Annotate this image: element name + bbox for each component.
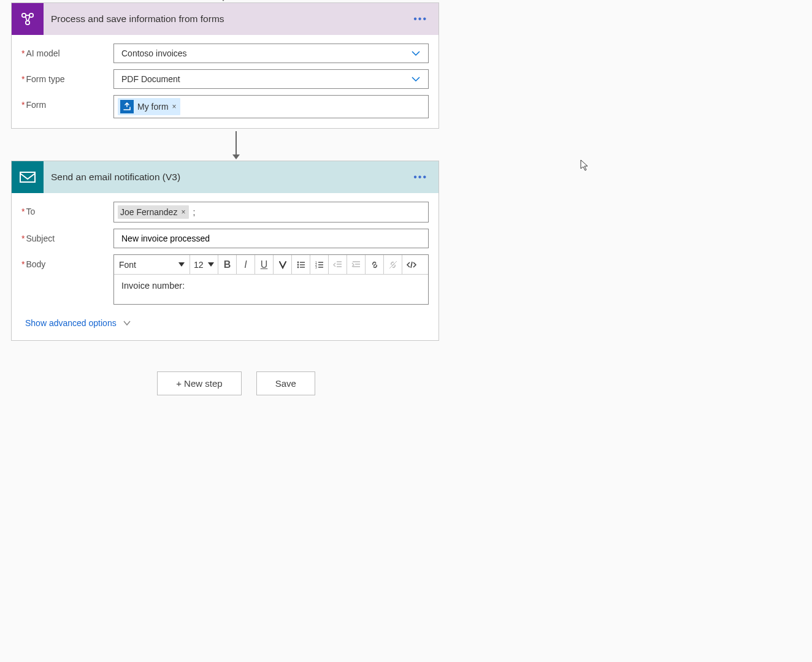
advanced-label: Show advanced options: [25, 318, 117, 328]
svg-point-12: [297, 266, 299, 268]
form-type-dropdown[interactable]: PDF Document: [113, 69, 429, 89]
outdent-button[interactable]: [329, 255, 347, 274]
field-form: *Form My form ×: [21, 95, 429, 118]
rte-content[interactable]: Invoice number:: [114, 275, 428, 304]
step-send-email: Send an email notification (V3) ••• *To …: [11, 161, 439, 341]
chevron-down-icon: [411, 48, 421, 58]
new-step-button[interactable]: + New step: [157, 371, 241, 395]
subject-input[interactable]: [113, 229, 429, 248]
field-label: AI model: [26, 48, 59, 58]
rich-text-editor: Font 12 B I U: [113, 254, 429, 305]
token-label: Joe Fernandez: [120, 207, 177, 217]
form-token-input[interactable]: My form ×: [113, 95, 429, 118]
token-label: My form: [137, 102, 169, 112]
svg-rect-7: [20, 172, 35, 182]
numbered-list-button[interactable]: 123: [310, 255, 329, 274]
field-form-type: *Form type PDF Document: [21, 69, 429, 89]
token-remove[interactable]: ×: [181, 208, 185, 216]
step-header[interactable]: Process and save information from forms …: [12, 3, 439, 35]
field-body: *Body Font 12 B: [21, 254, 429, 305]
bottom-actions: + New step Save: [22, 371, 450, 395]
recipient-token[interactable]: Joe Fernandez ×: [118, 205, 189, 219]
required-star: *: [21, 234, 25, 243]
underline-button[interactable]: U: [255, 255, 274, 274]
field-label: Form type: [26, 74, 64, 84]
rte-size-value: 12: [194, 260, 204, 270]
step-body: *AI model Contoso invoices *Form type PD…: [12, 35, 439, 128]
field-subject: *Subject: [21, 229, 429, 248]
mouse-cursor-icon: [580, 159, 590, 172]
save-button[interactable]: Save: [256, 371, 315, 395]
recipient-separator: ;: [191, 207, 195, 217]
text-color-button[interactable]: [274, 255, 292, 274]
ai-model-dropdown[interactable]: Contoso invoices: [113, 44, 429, 63]
bold-button[interactable]: B: [218, 255, 237, 274]
step-more-menu[interactable]: •••: [402, 13, 439, 25]
mail-icon: [12, 161, 44, 193]
step-title: Send an email notification (V3): [44, 172, 402, 183]
rte-font-select[interactable]: Font: [114, 255, 190, 274]
form-token[interactable]: My form ×: [118, 98, 180, 115]
step-process-forms: Process and save information from forms …: [11, 2, 439, 129]
svg-point-8: [297, 261, 299, 263]
code-view-button[interactable]: [402, 255, 421, 274]
dropdown-value: PDF Document: [121, 74, 180, 84]
dropdown-caret-icon: [208, 262, 214, 267]
rte-size-select[interactable]: 12: [190, 255, 218, 274]
field-label: Subject: [26, 234, 55, 243]
field-label: Body: [26, 259, 45, 269]
chevron-down-icon: [411, 74, 421, 84]
rte-font-value: Font: [119, 260, 136, 270]
italic-button[interactable]: I: [237, 255, 255, 274]
required-star: *: [21, 74, 25, 84]
show-advanced-options[interactable]: Show advanced options: [12, 318, 439, 340]
svg-point-10: [297, 264, 299, 265]
svg-line-4: [28, 17, 30, 21]
flow-canvas: Process and save information from forms …: [0, 0, 812, 395]
field-to: *To Joe Fernandez × ;: [21, 202, 429, 223]
dropdown-caret-icon: [178, 262, 185, 267]
dynamic-content-icon: [120, 100, 134, 113]
dropdown-value: Contoso invoices: [121, 48, 187, 58]
svg-line-3: [26, 17, 28, 21]
step-title: Process and save information from forms: [44, 13, 402, 25]
ai-builder-icon: [12, 3, 44, 35]
arrow-tip-icon: [218, 0, 228, 2]
required-star: *: [21, 100, 25, 110]
required-star: *: [21, 259, 25, 269]
to-field[interactable]: Joe Fernandez × ;: [113, 202, 429, 223]
link-button[interactable]: [366, 255, 384, 274]
step-header[interactable]: Send an email notification (V3) •••: [12, 161, 439, 193]
step-body: *To Joe Fernandez × ; *Subject: [12, 193, 439, 305]
required-star: *: [21, 48, 25, 58]
svg-point-2: [26, 21, 29, 25]
step-more-menu[interactable]: •••: [402, 172, 439, 183]
chevron-down-icon: [123, 319, 131, 327]
connector-arrow: [22, 129, 450, 161]
svg-text:3: 3: [315, 265, 317, 269]
field-ai-model: *AI model Contoso invoices: [21, 44, 429, 63]
bullet-list-button[interactable]: [292, 255, 310, 274]
required-star: *: [21, 207, 25, 216]
field-label: Form: [26, 100, 46, 110]
unlink-button[interactable]: [384, 255, 402, 274]
token-remove[interactable]: ×: [172, 102, 177, 111]
indent-button[interactable]: [347, 255, 366, 274]
field-label: To: [26, 207, 35, 216]
rte-toolbar: Font 12 B I U: [114, 255, 428, 275]
